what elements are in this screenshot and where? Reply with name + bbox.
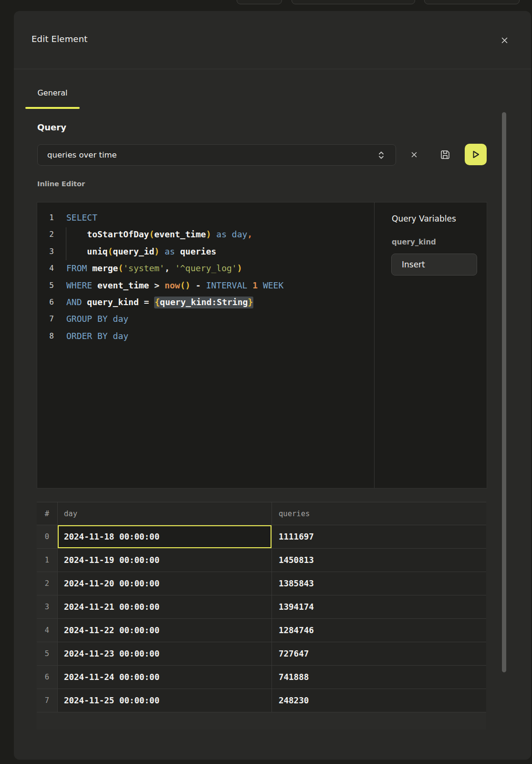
query-section-heading: Query — [37, 122, 66, 132]
row-index-cell: 2 — [37, 572, 57, 595]
query-select[interactable]: queries over time — [37, 144, 396, 166]
queries-cell[interactable]: 727647 — [271, 642, 486, 665]
clear-query-button[interactable] — [408, 149, 420, 161]
background-toolbar-button[interactable] — [424, 0, 520, 4]
queries-cell[interactable]: 1111697 — [271, 525, 486, 548]
row-index-cell: 0 — [37, 525, 57, 548]
code-line: FROM merge('system', '^query_log') — [66, 260, 372, 276]
save-query-button[interactable] — [439, 149, 451, 161]
row-index-cell: 1 — [37, 549, 57, 572]
row-index-cell: 5 — [37, 642, 57, 665]
results-table: # day queries 02024-11-18 00:00:00111169… — [37, 502, 486, 730]
edit-element-modal: Edit Element General Query queries over … — [14, 11, 531, 760]
query-variable-highlight: {query_kind:String} — [154, 297, 253, 308]
tab-active-underline — [25, 107, 80, 109]
queries-cell[interactable]: 1394174 — [271, 595, 486, 618]
table-row: 52024-11-23 00:00:00727647 — [37, 642, 486, 666]
day-cell[interactable]: 2024-11-25 00:00:00 — [57, 689, 271, 712]
run-query-button[interactable] — [465, 144, 487, 165]
floppy-disk-icon — [439, 149, 451, 160]
day-cell-selected[interactable]: 2024-11-18 00:00:00 — [57, 525, 271, 548]
editor-code[interactable]: SELECT toStartOfDay(event_time) as day, … — [66, 209, 372, 344]
queries-cell[interactable]: 1284746 — [271, 619, 486, 642]
row-index-cell: 7 — [37, 689, 57, 712]
editor-panel-divider — [374, 202, 375, 488]
query-variable-name: query_kind — [392, 238, 436, 246]
sql-editor-container: 12345678 SELECT toStartOfDay(event_time)… — [37, 202, 487, 488]
insert-variable-button[interactable]: Insert — [391, 254, 477, 276]
query-select-value: queries over time — [47, 150, 117, 159]
modal-title: Edit Element — [31, 34, 88, 44]
code-line: AND query_kind = {query_kind:String} — [66, 294, 372, 310]
day-cell[interactable]: 2024-11-24 00:00:00 — [57, 666, 271, 689]
results-table-footer — [37, 712, 486, 730]
queries-cell[interactable]: 248230 — [271, 689, 486, 712]
column-header-index: # — [37, 502, 57, 525]
background-toolbar-button[interactable] — [237, 0, 282, 4]
line-number: 2 — [37, 226, 54, 243]
table-row: 42024-11-22 00:00:001284746 — [37, 619, 486, 642]
day-cell[interactable]: 2024-11-22 00:00:00 — [57, 619, 271, 642]
close-button[interactable] — [498, 33, 511, 47]
line-number: 8 — [37, 328, 54, 344]
code-line: SELECT — [66, 209, 372, 226]
code-line: GROUP BY day — [66, 310, 372, 327]
column-header-queries: queries — [271, 502, 486, 525]
line-number: 3 — [37, 243, 54, 260]
header-divider — [14, 69, 531, 69]
line-number: 5 — [37, 277, 54, 294]
editor-gutter: 12345678 — [37, 209, 54, 344]
row-index-cell: 4 — [37, 619, 57, 642]
code-line: uniq(query_id) as queries — [66, 243, 372, 260]
results-table-header: # day queries — [37, 502, 486, 525]
queries-cell[interactable]: 741888 — [271, 666, 486, 689]
row-index-cell: 3 — [37, 595, 57, 618]
inline-editor-label: Inline Editor — [37, 180, 85, 188]
close-icon — [501, 37, 508, 44]
play-triangle-icon — [471, 149, 480, 159]
table-row: 12024-11-19 00:00:001450813 — [37, 549, 486, 572]
day-cell[interactable]: 2024-11-19 00:00:00 — [57, 549, 271, 572]
table-row: 62024-11-24 00:00:00741888 — [37, 666, 486, 689]
day-cell[interactable]: 2024-11-21 00:00:00 — [57, 595, 271, 618]
row-index-cell: 6 — [37, 666, 57, 689]
background-toolbar-button[interactable] — [292, 0, 415, 4]
line-number: 6 — [37, 294, 54, 310]
code-line: ORDER BY day — [66, 328, 372, 344]
clear-x-icon — [411, 151, 417, 158]
line-number: 1 — [37, 209, 54, 226]
line-number: 4 — [37, 260, 54, 276]
day-cell[interactable]: 2024-11-23 00:00:00 — [57, 642, 271, 665]
column-header-day: day — [57, 502, 271, 525]
results-body: 02024-11-18 00:00:00111169712024-11-19 0… — [37, 525, 486, 712]
queries-cell[interactable]: 1450813 — [271, 549, 486, 572]
code-line: WHERE event_time > now() - INTERVAL 1 WE… — [66, 277, 372, 294]
table-row: 02024-11-18 00:00:001111697 — [37, 525, 486, 549]
queries-cell[interactable]: 1385843 — [271, 572, 486, 595]
insert-button-label: Insert — [402, 260, 425, 269]
tab-general[interactable]: General — [25, 85, 80, 101]
code-line: toStartOfDay(event_time) as day, — [66, 226, 372, 243]
modal-scrollbar[interactable] — [502, 112, 506, 672]
table-row: 72024-11-25 00:00:00248230 — [37, 689, 486, 712]
line-number: 7 — [37, 310, 54, 327]
table-row: 22024-11-20 00:00:001385843 — [37, 572, 486, 595]
day-cell[interactable]: 2024-11-20 00:00:00 — [57, 572, 271, 595]
table-row: 32024-11-21 00:00:001394174 — [37, 595, 486, 619]
chevron-up-down-icon — [378, 150, 385, 160]
query-variables-heading: Query Variables — [392, 214, 456, 223]
